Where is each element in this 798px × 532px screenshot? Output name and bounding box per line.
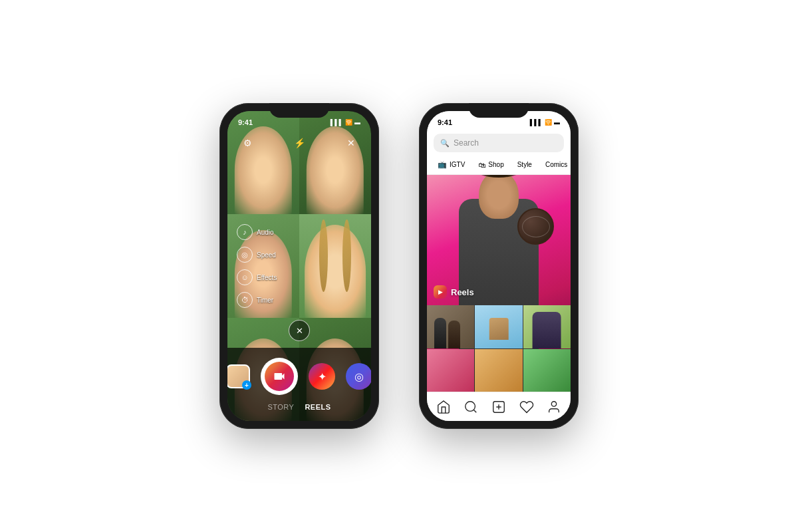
story-mode[interactable]: STORY [267,403,294,411]
timer-icon: ⏱ [237,292,253,308]
close-icon[interactable]: ✕ [342,134,360,152]
grid-thumb-2[interactable] [475,305,522,348]
category-tabs: 📺 IGTV 🛍 Shop Style Comics TV & Movie [427,155,571,175]
reels-text: Reels [451,287,474,297]
basketball [517,208,554,245]
effects-icon: ☺ [237,269,253,285]
camera-top-controls: ⚙ ⚡ ✕ [227,134,371,152]
camera-screen: 9:41 ▌▌▌ 🛜 ▬ ⚙ ⚡ ✕ [227,111,371,421]
signal-icon: ▌▌▌ [331,119,343,126]
shop-label: Shop [488,161,503,168]
gallery-thumbnail[interactable]: + [227,364,250,388]
bottom-nav [427,392,571,421]
camera-bottom-controls: + ✦ ◎ [227,348,371,421]
audio-menu-item[interactable]: ♪ Audio [237,224,277,240]
status-icons-phone2: ▌▌▌ 🛜 ▬ [530,119,560,126]
timer-label: Timer [257,297,273,304]
flash-icon[interactable]: ⚡ [290,134,309,152]
wifi-icon: 🛜 [345,119,352,126]
nav-search[interactable] [459,395,483,419]
person-head [479,175,519,219]
igtv-icon: 📺 [438,160,447,169]
category-tab-style[interactable]: Style [512,158,537,172]
wifi-icon-2: 🛜 [545,119,552,126]
battery-icon-2: ▬ [554,119,560,126]
phones-container: 9:41 ▌▌▌ 🛜 ▬ ⚙ ⚡ ✕ [219,103,579,429]
search-input[interactable]: 🔍 Search [434,134,564,152]
category-tab-comics[interactable]: Comics [540,158,571,172]
reels-thumbnail-grid [427,305,571,392]
camera-side-menu: ♪ Audio ◎ Speed ☺ Effects ⏱ [237,224,277,308]
phone-explore: 9:41 ▌▌▌ 🛜 ▬ 🔍 Search [419,103,579,429]
reels-main-content: ▶ Reels [427,175,571,392]
reels-capture-icon [265,362,294,391]
shop-icon: 🛍 [478,161,485,169]
phone-screen-2: 9:41 ▌▌▌ 🛜 ▬ 🔍 Search [427,111,571,421]
nav-home[interactable] [432,395,456,419]
timer-menu-item[interactable]: ⏱ Timer [237,292,277,308]
phone-notch [269,103,329,118]
time-phone2: 9:41 [438,118,452,126]
time-phone1: 9:41 [238,118,253,126]
search-placeholder-text: Search [454,138,479,148]
grid-thumb-4[interactable] [427,349,474,392]
signal-icon-2: ▌▌▌ [530,119,543,126]
settings-icon[interactable]: ⚙ [238,134,257,152]
effects-label: Effects [257,274,277,281]
grid-thumb-1[interactable] [427,305,474,348]
effects-menu-item[interactable]: ☺ Effects [237,269,277,285]
grid-thumb-5[interactable] [475,349,522,392]
reels-badge-icon: ▶ [434,285,447,299]
svg-point-5 [552,401,557,406]
svg-line-1 [474,410,477,412]
igtv-label: IGTV [450,161,465,168]
category-tab-igtv[interactable]: 📺 IGTV [432,158,470,172]
grid-thumb-3[interactable] [523,305,571,348]
speed-label: Speed [257,251,276,259]
camera-mode-row: STORY REELS [267,403,331,411]
audio-label: Audio [257,229,274,236]
effects-button[interactable]: ✦ [309,363,335,390]
delete-button[interactable]: ✕ [289,320,310,341]
speed-icon: ◎ [237,247,253,263]
nav-profile[interactable] [542,395,566,419]
camera-overlay: 9:41 ▌▌▌ 🛜 ▬ ⚙ ⚡ ✕ [227,111,371,421]
add-badge: + [242,380,251,390]
reels-label: ▶ Reels [434,285,474,299]
battery-icon: ▬ [354,119,360,126]
phone-camera: 9:41 ▌▌▌ 🛜 ▬ ⚙ ⚡ ✕ [219,103,379,429]
phone-screen: 9:41 ▌▌▌ 🛜 ▬ ⚙ ⚡ ✕ [227,111,371,421]
reels-mode[interactable]: REELS [305,403,331,411]
search-bar: 🔍 Search [427,130,571,155]
grid-thumb-6[interactable] [523,349,571,392]
status-icons-phone1: ▌▌▌ 🛜 ▬ [331,119,360,126]
camera-switch-button[interactable]: ◎ [346,363,371,390]
capture-button[interactable] [261,358,298,395]
svg-point-0 [466,401,475,411]
style-label: Style [517,161,532,168]
nav-activity[interactable] [515,395,539,419]
phone-notch-2 [469,103,529,118]
comics-label: Comics [545,161,567,168]
explore-screen: 9:41 ▌▌▌ 🛜 ▬ 🔍 Search [427,111,571,421]
capture-row: + ✦ ◎ [227,358,371,395]
speed-menu-item[interactable]: ◎ Speed [237,247,277,263]
search-magnify-icon: 🔍 [440,139,450,148]
category-tab-shop[interactable]: 🛍 Shop [473,158,509,172]
audio-icon: ♪ [237,224,253,240]
nav-add[interactable] [487,395,511,419]
